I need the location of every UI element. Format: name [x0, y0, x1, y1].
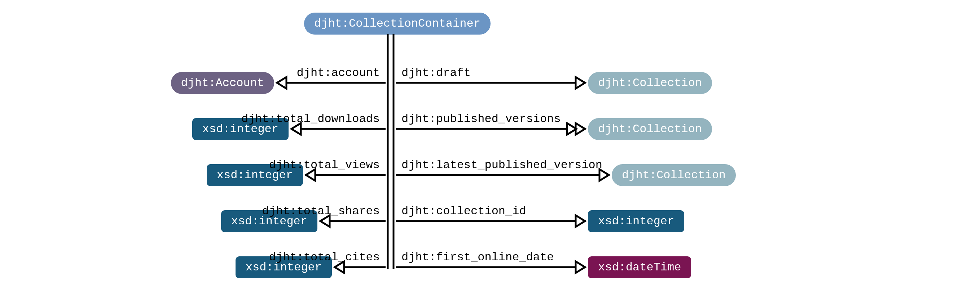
svg-marker-3 — [277, 77, 286, 89]
right-edge-label-0: djht:draft — [401, 66, 471, 79]
left-edge-label-4: djht:total_cites — [269, 251, 380, 264]
left-edge-label-0: djht:account — [297, 66, 380, 79]
root-class-node: djht:CollectionContainer — [304, 13, 490, 35]
right-node-1: djht:Collection — [588, 118, 712, 140]
left-edge-label-1: djht:total_downloads — [241, 112, 380, 126]
right-edge-label-4: djht:first_online_date — [401, 251, 554, 264]
right-edge-label-2: djht:latest_published_version — [401, 158, 602, 172]
arrows-layer — [0, 0, 980, 283]
svg-marker-15 — [576, 123, 585, 134]
left-node-0: djht:Account — [171, 72, 274, 94]
right-node-2: djht:Collection — [612, 164, 736, 186]
right-node-0: djht:Collection — [588, 72, 712, 94]
right-edge-label-1: djht:published_versions — [401, 112, 561, 126]
left-edge-label-2: djht:total_views — [269, 158, 380, 172]
svg-marker-13 — [576, 77, 585, 89]
right-edge-label-3: djht:collection_id — [401, 204, 526, 218]
svg-marker-16 — [567, 123, 576, 134]
left-edge-label-3: djht:total_shares — [262, 204, 380, 218]
right-node-3: xsd:integer — [588, 210, 684, 232]
rdf-schema-diagram: djht:CollectionContainer djht:Accountdjh… — [0, 0, 980, 283]
svg-marker-22 — [576, 261, 585, 273]
right-node-4: xsd:dateTime — [588, 256, 691, 278]
svg-marker-20 — [576, 215, 585, 227]
